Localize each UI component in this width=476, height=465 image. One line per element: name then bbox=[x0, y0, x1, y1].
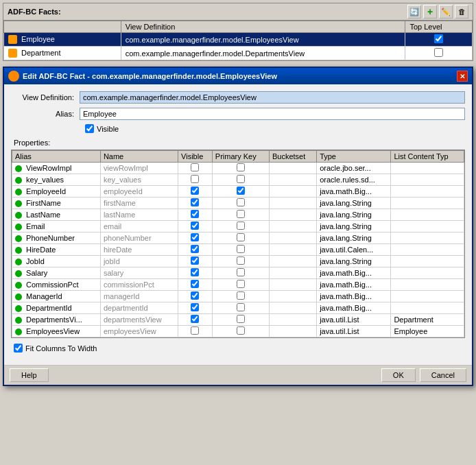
facts-table-row[interactable]: Department com.example.managerfinder.mod… bbox=[4, 47, 473, 60]
prop-visible-cell bbox=[178, 174, 213, 186]
green-dot-icon bbox=[15, 177, 22, 184]
prop-primarykey-checkbox[interactable] bbox=[237, 315, 245, 323]
fit-columns-checkbox[interactable] bbox=[14, 344, 23, 353]
prop-bucketset-cell bbox=[269, 279, 316, 291]
prop-bucketset-cell bbox=[269, 302, 316, 314]
green-dot-icon bbox=[15, 212, 22, 219]
prop-primarykey-cell bbox=[212, 186, 269, 198]
outer-toolbar: 🔄 + ✏️ 🗑 bbox=[407, 5, 468, 19]
toplevel-checkbox[interactable] bbox=[434, 48, 443, 57]
facts-col-toplevel: Top Level bbox=[405, 21, 473, 33]
prop-listcontent-cell bbox=[391, 244, 464, 256]
view-definition-input[interactable] bbox=[80, 91, 465, 104]
prop-primarykey-checkbox[interactable] bbox=[237, 187, 245, 195]
props-table-row: JobId jobId java.lang.String bbox=[12, 256, 464, 267]
visible-checkbox[interactable] bbox=[85, 124, 94, 133]
alias-input[interactable] bbox=[80, 108, 465, 120]
delete-button[interactable]: 🗑 bbox=[455, 5, 468, 19]
properties-label: Properties: bbox=[14, 139, 465, 147]
prop-visible-checkbox[interactable] bbox=[191, 303, 199, 311]
prop-primarykey-checkbox[interactable] bbox=[237, 175, 245, 183]
prop-primarykey-cell bbox=[212, 326, 269, 337]
prop-name-cell: lastName bbox=[100, 209, 178, 221]
prop-visible-checkbox[interactable] bbox=[191, 233, 199, 241]
visible-label: Visible bbox=[97, 125, 119, 133]
prop-visible-checkbox[interactable] bbox=[191, 163, 199, 171]
prop-visible-checkbox[interactable] bbox=[191, 222, 199, 230]
prop-primarykey-checkbox[interactable] bbox=[237, 268, 245, 276]
dialog-icon bbox=[8, 71, 19, 82]
prop-primarykey-checkbox[interactable] bbox=[237, 210, 245, 218]
dialog-titlebar: Edit ADF-BC Fact - com.example.managerfi… bbox=[4, 68, 472, 84]
prop-primarykey-checkbox[interactable] bbox=[237, 326, 245, 335]
prop-visible-checkbox[interactable] bbox=[191, 268, 199, 276]
prop-visible-checkbox[interactable] bbox=[191, 175, 199, 183]
refresh-button[interactable]: 🔄 bbox=[407, 5, 421, 19]
prop-primarykey-checkbox[interactable] bbox=[237, 245, 245, 253]
help-button[interactable]: Help bbox=[10, 368, 49, 382]
edit-button[interactable]: ✏️ bbox=[439, 5, 453, 19]
user-icon bbox=[8, 49, 17, 58]
prop-primarykey-cell bbox=[212, 314, 269, 326]
prop-bucketset-cell bbox=[269, 174, 316, 186]
prop-type-cell: java.lang.String bbox=[317, 256, 391, 267]
prop-listcontent-cell bbox=[391, 279, 464, 291]
prop-primarykey-cell bbox=[212, 221, 269, 232]
facts-alias-cell: Employee bbox=[4, 33, 121, 47]
prop-visible-cell bbox=[178, 232, 213, 244]
prop-name-cell: jobId bbox=[100, 256, 178, 267]
prop-primarykey-checkbox[interactable] bbox=[237, 303, 245, 311]
cancel-button[interactable]: Cancel bbox=[420, 368, 466, 382]
prop-primarykey-checkbox[interactable] bbox=[237, 163, 245, 171]
prop-visible-cell bbox=[178, 279, 213, 291]
prop-alias-cell: FirstName bbox=[12, 198, 101, 209]
props-col-header: Bucketset bbox=[269, 151, 316, 163]
prop-listcontent-cell bbox=[391, 186, 464, 198]
props-col-header: Primary Key bbox=[212, 151, 269, 163]
prop-visible-checkbox[interactable] bbox=[191, 198, 199, 206]
prop-primarykey-checkbox[interactable] bbox=[237, 198, 245, 206]
prop-primarykey-checkbox[interactable] bbox=[237, 222, 245, 230]
prop-primarykey-checkbox[interactable] bbox=[237, 291, 245, 300]
prop-name-cell: employeesView bbox=[100, 326, 178, 337]
prop-primarykey-checkbox[interactable] bbox=[237, 257, 245, 265]
alias-label: Alias: bbox=[11, 110, 80, 118]
prop-visible-cell bbox=[178, 314, 213, 326]
prop-visible-checkbox[interactable] bbox=[191, 315, 199, 323]
prop-type-cell: java.util.List bbox=[317, 314, 391, 326]
prop-visible-checkbox[interactable] bbox=[191, 291, 199, 300]
prop-bucketset-cell bbox=[269, 209, 316, 221]
prop-primarykey-checkbox[interactable] bbox=[237, 233, 245, 241]
add-button[interactable]: + bbox=[423, 5, 437, 19]
props-table-row: EmployeesView employeesView java.util.Li… bbox=[12, 326, 464, 337]
prop-alias-cell: EmployeeId bbox=[12, 186, 101, 198]
props-table: AliasNameVisiblePrimary KeyBucketsetType… bbox=[12, 150, 464, 337]
green-dot-icon bbox=[15, 329, 22, 335]
prop-type-cell: oracle.rules.sd... bbox=[317, 174, 391, 186]
prop-visible-cell bbox=[178, 186, 213, 198]
facts-table-row[interactable]: Employee com.example.managerfinder.model… bbox=[4, 33, 473, 47]
toplevel-checkbox[interactable] bbox=[434, 34, 443, 43]
prop-primarykey-cell bbox=[212, 232, 269, 244]
prop-bucketset-cell bbox=[269, 198, 316, 209]
ok-button[interactable]: OK bbox=[381, 368, 416, 382]
green-dot-icon bbox=[15, 165, 22, 172]
prop-listcontent-cell bbox=[391, 209, 464, 221]
prop-visible-checkbox[interactable] bbox=[191, 257, 199, 265]
facts-col-viewdef: View Definition bbox=[121, 21, 405, 33]
prop-type-cell: java.util.Calen... bbox=[317, 244, 391, 256]
prop-type-cell: java.lang.String bbox=[317, 232, 391, 244]
dialog-close-button[interactable]: ✕ bbox=[457, 71, 468, 82]
prop-primarykey-checkbox[interactable] bbox=[237, 280, 245, 288]
facts-toplevel-cell bbox=[405, 33, 473, 47]
user-icon bbox=[8, 35, 17, 44]
prop-type-cell: java.math.Big... bbox=[317, 291, 391, 302]
props-table-row: HireDate hireDate java.util.Calen... bbox=[12, 244, 464, 256]
prop-visible-cell bbox=[178, 291, 213, 302]
prop-visible-checkbox[interactable] bbox=[191, 280, 199, 288]
prop-visible-checkbox[interactable] bbox=[191, 187, 199, 195]
fit-columns-row: Fit Columns To Width bbox=[14, 344, 465, 353]
prop-visible-checkbox[interactable] bbox=[191, 326, 199, 335]
prop-visible-checkbox[interactable] bbox=[191, 210, 199, 218]
prop-visible-checkbox[interactable] bbox=[191, 245, 199, 253]
